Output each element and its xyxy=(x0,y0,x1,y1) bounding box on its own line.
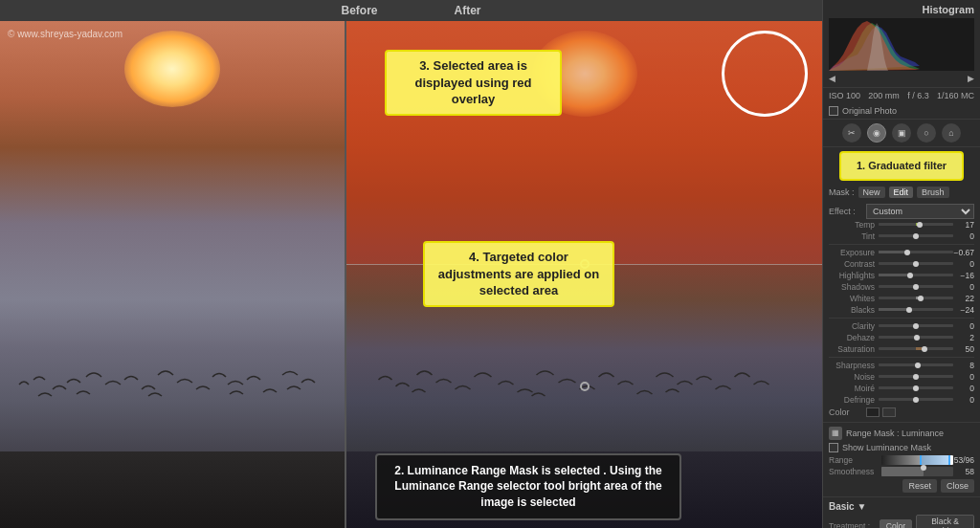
color-swatch-1[interactable] xyxy=(866,407,880,417)
histogram-section: Histogram ◀ ▶ xyxy=(823,0,980,88)
right-panel: Histogram ◀ ▶ ISO 100 200 mm f / 6.3 1/1… xyxy=(822,0,980,528)
range-mask-label: Range Mask : Luminance xyxy=(846,429,974,438)
filter-lower-dot[interactable] xyxy=(580,382,590,391)
smoothness-thumb[interactable] xyxy=(921,465,926,471)
histogram-graph xyxy=(829,18,974,71)
graduated-filter-tool[interactable]: ◉ xyxy=(867,123,886,143)
histogram-left-arrow: ◀ xyxy=(829,74,835,83)
range-reset-button[interactable]: Reset xyxy=(902,479,937,493)
color-label: Color xyxy=(829,407,862,417)
show-mask-label: Show Luminance Mask xyxy=(842,443,931,452)
effect-row: Effect : Custom xyxy=(829,204,974,219)
range-close-button[interactable]: Close xyxy=(941,479,974,493)
treatment-color-button[interactable]: Color xyxy=(880,519,912,528)
slider-highlights: Highlights −16 xyxy=(829,271,974,280)
treatment-label: Treatment : xyxy=(829,521,876,528)
divider-1 xyxy=(829,244,974,245)
basic-section: Basic ▼ Treatment : Color Black & White … xyxy=(823,496,980,528)
range-slider-row: Range 53/96 xyxy=(829,455,974,465)
view-mode-bar: Before After xyxy=(0,0,822,21)
contrast-thumb[interactable] xyxy=(913,261,919,267)
color-row: Color xyxy=(829,407,974,417)
basic-header: Basic ▼ xyxy=(829,501,974,512)
histogram-right-arrow: ▶ xyxy=(968,74,974,83)
defringe-thumb[interactable] xyxy=(913,397,919,403)
watermark: © www.shreyas-yadav.com xyxy=(8,29,122,39)
exposure-thumb[interactable] xyxy=(904,250,910,255)
callout-color-adjustments: 4. Targeted color adjustments are applie… xyxy=(423,241,614,307)
ground-before xyxy=(0,451,345,528)
exposure-value: 1/160 MC xyxy=(937,91,974,100)
mask-edit-button[interactable]: Edit xyxy=(889,187,914,198)
before-label: Before xyxy=(341,4,377,17)
square-tool[interactable]: ▣ xyxy=(892,123,911,143)
dehaze-thumb[interactable] xyxy=(914,335,920,341)
focal-length: 200 mm xyxy=(868,91,900,100)
original-photo-label: Original Photo xyxy=(842,106,897,116)
slider-defringe: Defringe 0 xyxy=(829,395,974,405)
range-mask-section: ▦ Range Mask : Luminance Show Luminance … xyxy=(823,422,980,496)
slider-whites: Whites 22 xyxy=(829,294,974,303)
range-track[interactable] xyxy=(881,455,953,465)
aperture-value: f / 6.3 xyxy=(907,91,929,100)
mask-new-button[interactable]: New xyxy=(858,187,885,198)
slider-exposure: Exposure −0.67 xyxy=(829,248,974,257)
clarity-thumb[interactable] xyxy=(913,323,919,329)
show-mask-checkbox[interactable] xyxy=(829,443,838,452)
divider-3 xyxy=(829,357,974,358)
tint-thumb[interactable] xyxy=(913,233,919,239)
histogram-svg xyxy=(829,18,974,71)
after-label: After xyxy=(455,4,481,17)
before-photo: © www.shreyas-yadav.com xyxy=(0,21,345,528)
saturation-thumb[interactable] xyxy=(922,346,927,352)
slider-shadows: Shadows 0 xyxy=(829,282,974,292)
slider-tint: Tint 0 xyxy=(829,231,974,241)
range-label: Range xyxy=(829,455,881,465)
callout-selected-area: 3. Selected area is displayed using red … xyxy=(385,50,562,116)
effect-section: Effect : Custom Temp 17 Tint xyxy=(823,200,980,422)
range-mask-header: ▦ Range Mask : Luminance xyxy=(829,427,974,440)
range-buttons: Reset Close xyxy=(829,479,974,493)
smoothness-slider-row: Smoothness 58 xyxy=(829,467,974,476)
treatment-row: Treatment : Color Black & White xyxy=(829,515,974,528)
mask-brush-button[interactable]: Brush xyxy=(917,187,949,198)
sharpness-thumb[interactable] xyxy=(915,363,921,368)
shadows-thumb[interactable] xyxy=(913,284,919,290)
histogram-meta: ◀ ▶ xyxy=(829,74,974,83)
slider-dehaze: Dehaze 2 xyxy=(829,333,974,342)
moire-thumb[interactable] xyxy=(913,385,919,391)
histogram-title: Histogram xyxy=(829,4,974,15)
treatment-bw-button[interactable]: Black & White xyxy=(916,515,974,528)
tools-row: ✂ ◉ ▣ ○ ⌂ xyxy=(823,119,980,147)
blacks-thumb[interactable] xyxy=(906,307,912,313)
selected-area-circle xyxy=(722,31,808,117)
main-area: Before After © www.shreyas-yadav.com xyxy=(0,0,822,528)
before-panel: © www.shreyas-yadav.com xyxy=(0,21,345,528)
circle-tool[interactable]: ○ xyxy=(917,123,936,143)
sun-before xyxy=(124,31,220,107)
slider-moire: Moiré 0 xyxy=(829,384,974,393)
original-photo-checkbox[interactable] xyxy=(829,106,838,116)
after-panel: 3. Selected area is displayed using red … xyxy=(346,21,822,528)
slider-temp: Temp 17 xyxy=(829,220,974,230)
callout-luminance-mask: 2. Luminance Range Mask is selected . Us… xyxy=(375,453,681,520)
effect-dropdown[interactable]: Custom xyxy=(866,204,974,219)
noise-thumb[interactable] xyxy=(913,374,919,380)
slider-saturation: Saturation 50 xyxy=(829,344,974,354)
crop-tool[interactable]: ✂ xyxy=(842,123,861,143)
range-mask-icon: ▦ xyxy=(829,427,842,440)
highlights-thumb[interactable] xyxy=(907,273,913,278)
range-value: 53/96 xyxy=(953,455,974,465)
smoothness-track[interactable] xyxy=(881,467,953,476)
brush-tool[interactable]: ⌂ xyxy=(942,123,961,143)
color-swatch-2[interactable] xyxy=(882,407,896,417)
slider-contrast: Contrast 0 xyxy=(829,259,974,269)
iso-value: ISO 100 xyxy=(829,91,860,100)
birds-before xyxy=(0,327,345,442)
basic-title: Basic ▼ xyxy=(829,501,866,512)
temp-thumb[interactable] xyxy=(917,222,923,228)
slider-blacks: Blacks −24 xyxy=(829,305,974,315)
effect-label: Effect : xyxy=(829,207,862,216)
slider-noise: Noise 0 xyxy=(829,372,974,382)
whites-thumb[interactable] xyxy=(918,296,924,301)
